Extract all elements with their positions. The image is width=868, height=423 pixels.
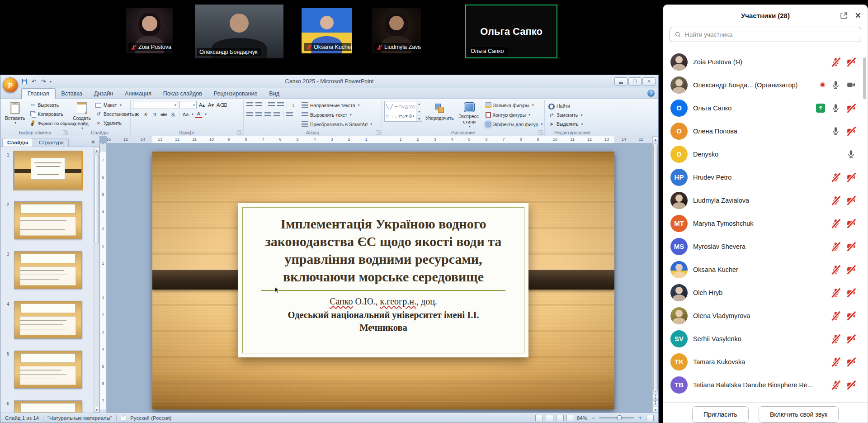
find-button[interactable]: Найти [547, 102, 598, 110]
scroll-up-arrow[interactable]: ▲ [653, 136, 658, 142]
video-tile-oleksandr[interactable]: Олександр Бондарчук [195, 5, 283, 58]
participant-row[interactable]: Liudmyla Zavialova [663, 189, 868, 212]
help-button[interactable]: ? [647, 90, 655, 97]
clear-formatting-button[interactable]: A⌫ [216, 101, 227, 109]
tab-design[interactable]: Дизайн [88, 89, 119, 99]
unmute-button[interactable]: Включить свой звук [759, 406, 839, 423]
change-case-button[interactable]: Аа [182, 110, 189, 118]
slide-thumbnail-2[interactable]: 2 [14, 201, 82, 239]
invite-button[interactable]: Пригласить [692, 406, 749, 423]
align-right-button[interactable] [264, 111, 272, 119]
tab-home[interactable]: Главная [21, 88, 56, 99]
font-dialog-launcher[interactable]: ↘ [237, 130, 242, 135]
align-left-button[interactable] [246, 111, 254, 119]
slide-thumbnail-5[interactable]: 5 [14, 351, 82, 389]
paste-button[interactable]: Вставить▾ [4, 101, 27, 129]
undo-button[interactable]: ↶ [30, 77, 38, 86]
pane-close-icon[interactable]: ✕ [89, 139, 98, 147]
participants-scrollbar[interactable] [863, 57, 866, 99]
slideshow-view-button[interactable] [566, 415, 574, 421]
font-color-button[interactable]: А [195, 110, 203, 118]
close-button[interactable]: × [642, 77, 656, 86]
align-text-button[interactable]: Выровнять текст▾ [302, 110, 372, 119]
participant-row[interactable]: Zoia Pustova (Я) [663, 50, 868, 73]
video-tile-liudmyla[interactable]: Liudmyla Zavialova [372, 8, 421, 53]
shape-outline-button[interactable]: Контур фигуры▾ [486, 110, 543, 119]
language-indicator[interactable]: Русский (Россия) [130, 415, 171, 421]
scroll-down-arrow[interactable]: ▼ [653, 407, 658, 413]
shapes-gallery-scroll[interactable]: ▲▼▼ [416, 101, 422, 121]
video-tile-zoia[interactable]: Zoia Pustova [126, 8, 173, 53]
participant-row[interactable]: O Ольга Сапко [663, 96, 868, 119]
scroll-up-arrow[interactable]: ▲ [94, 147, 99, 153]
close-panel-icon[interactable]: ✕ [855, 12, 861, 19]
quick-styles-button[interactable]: Экспресс-стили▾ [457, 101, 482, 129]
tab-outline[interactable]: Структура [34, 138, 69, 147]
scrollbar-thumb[interactable] [653, 143, 658, 392]
zoom-level[interactable]: 84% [577, 415, 587, 421]
paragraph-dialog-launcher[interactable]: ↘ [376, 130, 381, 135]
participant-row[interactable]: Олександр Бонда... (Организатор) [663, 73, 868, 96]
redo-button[interactable]: ↷ [39, 77, 47, 86]
reading-view-button[interactable] [556, 415, 564, 421]
scroll-down-arrow[interactable]: ▼ [94, 407, 99, 413]
tab-review[interactable]: Рецензирование [208, 89, 264, 99]
slide-canvas[interactable]: Імплементація Україною водного законодав… [152, 152, 614, 409]
tab-insert[interactable]: Вставка [56, 89, 88, 99]
video-tile-olha-active-speaker[interactable]: Ольга Сапко Ольга Сапко [465, 5, 557, 58]
participant-row[interactable]: HP Hrudev Petro [663, 166, 868, 189]
tab-animation[interactable]: Анимация [119, 89, 157, 99]
zoom-out-button[interactable]: − [590, 415, 596, 421]
grow-font-button[interactable]: A▴ [198, 101, 206, 109]
numbering-button[interactable] [255, 101, 263, 109]
text-shadow-button[interactable]: S [169, 110, 177, 118]
delete-slide-button[interactable]: ✕Удалить [94, 119, 135, 127]
previous-slide-button[interactable]: ▲▲ [653, 394, 658, 400]
save-button[interactable] [20, 77, 28, 86]
slide-thumbnail-4[interactable]: 4 [14, 301, 82, 339]
tab-slides-thumbnails[interactable]: Слайды [2, 138, 33, 147]
title-card[interactable]: Імплементація Україною водного законодав… [238, 203, 528, 357]
italic-button[interactable]: К [142, 110, 150, 118]
zoom-in-button[interactable]: + [637, 415, 643, 421]
fit-to-window-button[interactable] [646, 415, 654, 421]
search-input[interactable] [685, 31, 856, 38]
scrollbar-thumb[interactable] [94, 154, 99, 244]
zoom-slider[interactable] [599, 417, 634, 418]
participant-row[interactable]: MS Myroslav Shevera [663, 235, 868, 258]
slides-pane-scrollbar[interactable]: ▲ ▼ [94, 147, 99, 413]
slide-thumbnail-6[interactable]: 6 [14, 400, 82, 413]
tab-slideshow[interactable]: Показ слайдов [157, 89, 208, 99]
shrink-font-button[interactable]: A▾ [207, 101, 215, 109]
participant-row[interactable]: SV Serhii Vasylenko [663, 327, 868, 350]
slide-thumbnail-1[interactable]: 1 [14, 152, 82, 190]
spellcheck-icon[interactable] [121, 416, 126, 420]
new-slide-button[interactable]: Создать слайд▾ [71, 101, 92, 129]
align-center-button[interactable] [255, 111, 263, 119]
theme-name[interactable]: "Натуральные материалы" [47, 415, 112, 421]
slide-thumbnail-3[interactable]: 3 [14, 251, 82, 289]
qat-dropdown-caret[interactable]: ▾ [50, 80, 52, 84]
select-button[interactable]: ➤Выделить▾ [547, 120, 598, 128]
font-size-combo[interactable]: ▾ [179, 101, 197, 109]
maximize-button[interactable] [628, 77, 642, 86]
shape-fill-button[interactable]: Заливка фигуры▾ [486, 101, 543, 109]
participant-row[interactable]: TK Tamara Kukovska [663, 350, 868, 373]
participant-row[interactable]: D Denysko [663, 143, 868, 166]
video-tile-oksana[interactable]: Oksana Kucher [302, 8, 352, 53]
drawing-dialog-launcher[interactable]: ↘ [538, 130, 543, 135]
participant-row[interactable]: Oksana Kucher [663, 258, 868, 281]
office-menu-button[interactable]: P [3, 77, 18, 93]
popout-panel-icon[interactable] [840, 12, 848, 19]
columns-button[interactable] [286, 111, 293, 119]
next-slide-button[interactable]: ▼▼ [653, 400, 658, 406]
increase-indent-button[interactable] [277, 101, 284, 109]
line-spacing-button[interactable]: ↕ [289, 101, 297, 109]
layout-button[interactable]: Макет▾ [94, 101, 135, 109]
arrange-button[interactable]: Упорядочить [424, 101, 455, 129]
decrease-indent-button[interactable] [268, 101, 275, 109]
reset-button[interactable]: ↺Восстановить [94, 110, 135, 118]
underline-button[interactable]: Ч [151, 110, 159, 118]
convert-smartart-button[interactable]: Преобразовать в SmartArt▾ [302, 120, 372, 128]
normal-view-button[interactable] [535, 415, 543, 421]
